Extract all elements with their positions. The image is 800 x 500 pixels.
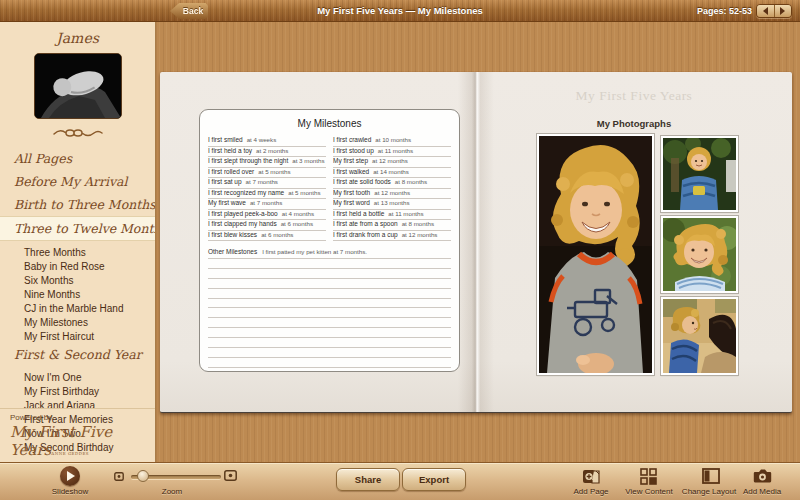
milestone-label: I first rolled over <box>208 168 254 175</box>
sidebar-item-my-first-haircut[interactable]: My First Haircut <box>0 329 155 343</box>
milestone-row[interactable]: I first walkedat 14 months <box>333 168 451 179</box>
milestone-row[interactable]: I first recognized my nameat 5 months <box>208 189 326 200</box>
milestone-row[interactable]: My first waveat 7 months <box>208 199 326 210</box>
milestone-row[interactable]: I first blew kissesat 6 months <box>208 231 326 242</box>
zoom-out-icon[interactable] <box>114 472 124 481</box>
sidebar-item-birth-to-three-months[interactable]: Birth to Three Months <box>0 193 155 216</box>
milestone-row[interactable]: I first sat upat 7 months <box>208 178 326 189</box>
milestone-label: I first walked <box>333 168 369 175</box>
other-milestones-value: I first patted my pet kitten at 7 months… <box>262 248 367 255</box>
milestone-value: at 11 months <box>378 147 413 154</box>
sidebar-item-all-pages[interactable]: All Pages <box>0 147 155 170</box>
sidebar-item-before-my-arrival[interactable]: Before My Arrival <box>0 170 155 193</box>
milestone-row[interactable]: My first toothat 12 months <box>333 189 451 200</box>
milestone-row[interactable]: I first drank from a cupat 12 months <box>333 231 451 242</box>
toddler-portrait-image <box>539 136 652 373</box>
milestone-row[interactable]: I first clapped my handsat 6 months <box>208 220 326 231</box>
sidebar-item-my-first-birthday[interactable]: My First Birthday <box>0 384 155 398</box>
milestone-label: My first wave <box>208 199 246 206</box>
milestone-row[interactable]: My first wordat 13 months <box>333 199 451 210</box>
page-watermark: My First Five Years <box>476 88 792 104</box>
slideshow-button[interactable] <box>60 466 80 486</box>
milestone-value: at 2 months <box>256 147 288 154</box>
milestone-value: at 7 months <box>246 178 278 185</box>
milestone-row[interactable]: I first slept through the nightat 3 mont… <box>208 157 326 168</box>
view-content-icon <box>640 468 657 485</box>
next-page-button[interactable] <box>775 5 792 17</box>
blank-line <box>208 328 451 338</box>
milestone-label: I first sat up <box>208 178 242 185</box>
milestone-value: at 14 months <box>373 168 409 175</box>
milestones-card[interactable]: My Milestones I first smiledat 4 weeksI … <box>199 109 460 372</box>
milestone-value: at 6 months <box>261 231 293 238</box>
milestone-row[interactable]: I first rolled overat 5 months <box>208 168 326 179</box>
book-cover-thumbnail[interactable] <box>34 53 122 119</box>
milestone-row[interactable]: I first stood upat 11 months <box>333 147 451 158</box>
milestone-row[interactable]: I first held a toyat 2 months <box>208 147 326 158</box>
export-button[interactable]: Export <box>402 468 466 491</box>
powered-by-block: Powered by My First Five YearsANNE GEDDE… <box>0 408 155 462</box>
milestone-label: My first word <box>333 199 370 206</box>
milestone-label: I first slept through the night <box>208 157 288 164</box>
milestone-row[interactable]: I first ate from a spoonat 8 months <box>333 220 451 231</box>
left-arrow-icon <box>763 7 768 15</box>
milestone-label: I first played peek-a-boo <box>208 210 278 217</box>
zoom-in-icon[interactable] <box>224 470 237 481</box>
sidebar-item-baby-in-red-rose[interactable]: Baby in Red Rose <box>0 259 155 273</box>
sidebar-item-now-i-m-one[interactable]: Now I'm One <box>0 370 155 384</box>
milestone-row[interactable]: I first ate solid foodsat 8 months <box>333 178 451 189</box>
milestone-value: at 8 months <box>402 220 434 227</box>
milestone-row[interactable]: I first smiledat 4 weeks <box>208 136 326 147</box>
blank-line <box>208 269 451 279</box>
milestone-value: at 8 months <box>395 178 427 185</box>
photo-toddler-outdoors-small[interactable] <box>661 136 738 212</box>
powered-by-label: Powered by <box>10 413 155 422</box>
blank-line <box>208 299 451 309</box>
share-button[interactable]: Share <box>336 468 400 491</box>
milestone-row[interactable]: I first played peek-a-booat 4 months <box>208 210 326 221</box>
blank-line <box>208 318 451 328</box>
toddler-closeup-image <box>663 218 736 291</box>
add-media-label: Add Media <box>732 487 792 496</box>
other-milestones-row[interactable]: Other Milestones I first patted my pet k… <box>208 248 451 259</box>
blank-line <box>208 358 451 368</box>
zoom-slider-thumb[interactable] <box>137 470 149 482</box>
milestone-label: I first ate from a spoon <box>333 220 398 227</box>
blank-line <box>208 259 451 269</box>
view-content-button[interactable] <box>637 466 659 486</box>
blank-line <box>208 289 451 299</box>
previous-page-button[interactable] <box>757 5 775 17</box>
sidebar-item-first-second-year[interactable]: First & Second Year <box>0 343 155 366</box>
zoom-label: Zoom <box>142 487 202 496</box>
sidebar-item-my-milestones[interactable]: My Milestones <box>0 315 155 329</box>
photo-toddler-with-mother[interactable] <box>661 297 738 375</box>
photo-toddler-curls-closeup[interactable] <box>661 216 738 293</box>
milestone-value: at 11 months <box>388 210 423 217</box>
milestone-row[interactable]: My first stepat 12 months <box>333 157 451 168</box>
pages-indicator: Pages: 52-53 <box>697 0 752 22</box>
add-media-button[interactable] <box>751 466 773 486</box>
sidebar-item-cj-in-the-marble-hand[interactable]: CJ in the Marble Hand <box>0 301 155 315</box>
milestone-row[interactable]: I first held a bottleat 11 months <box>333 210 451 221</box>
milestone-value: at 5 months <box>288 189 320 196</box>
blank-line <box>208 338 451 348</box>
sidebar: James All PagesBefore My ArrivalBirth to… <box>0 22 156 462</box>
toddler-with-mother-image <box>663 299 736 373</box>
book-canvas: My Milestones I first smiledat 4 weeksI … <box>156 22 800 462</box>
change-layout-icon <box>702 468 720 484</box>
sidebar-item-six-months[interactable]: Six Months <box>0 273 155 287</box>
milestones-columns: I first smiledat 4 weeksI first held a t… <box>208 136 451 241</box>
back-button[interactable]: Back <box>170 3 208 19</box>
milestone-value: at 7 months <box>250 199 282 206</box>
change-layout-button[interactable] <box>700 466 722 486</box>
blank-line <box>208 279 451 289</box>
add-page-button[interactable] <box>580 466 602 486</box>
sidebar-item-three-months[interactable]: Three Months <box>0 245 155 259</box>
sidebar-item-three-to-twelve-months[interactable]: Three to Twelve Months <box>0 216 155 241</box>
milestone-row[interactable]: I first crawledat 10 months <box>333 136 451 147</box>
milestone-value: at 12 months <box>372 157 408 164</box>
sidebar-item-nine-months[interactable]: Nine Months <box>0 287 155 301</box>
milestone-value: at 4 weeks <box>247 136 277 143</box>
milestone-value: at 12 months <box>374 189 410 196</box>
photo-toddler-portrait-large[interactable] <box>537 134 654 375</box>
